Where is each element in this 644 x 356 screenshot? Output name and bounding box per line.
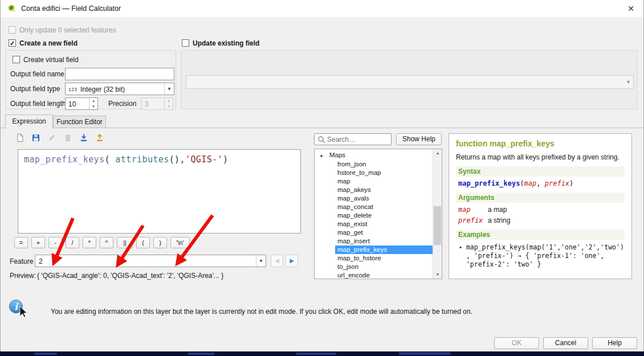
scroll-up-icon[interactable]: ▲ [433, 149, 442, 157]
tab-expression[interactable]: Expression [5, 114, 53, 128]
function-tree-item[interactable]: url_encode [315, 271, 434, 279]
item-label: map_delete [337, 211, 372, 220]
argument-description: a map [488, 206, 507, 214]
ok-button[interactable]: OK [494, 337, 539, 349]
argument-row: prefix a string [458, 216, 625, 224]
function-tree-item[interactable]: map_akeys [315, 186, 434, 194]
function-tree-group-maps[interactable]: ▼ Maps [315, 151, 434, 159]
syntax-heading: Syntax [456, 166, 625, 177]
function-tree-item[interactable]: map_insert [315, 237, 434, 245]
function-tree-item[interactable]: map_avals [315, 194, 434, 203]
cancel-button[interactable]: Cancel [543, 337, 588, 349]
operator-equals-button[interactable]: = [14, 237, 28, 248]
integer-type-icon: 123 [68, 87, 78, 92]
new-file-icon [15, 133, 25, 144]
feature-value: 2 [39, 257, 43, 265]
create-new-field-checkbox[interactable]: ✓ [9, 39, 16, 47]
output-field-length-spinbox[interactable]: 10 ▴▾ [65, 97, 98, 110]
download-arrow-icon [79, 133, 88, 144]
update-existing-field-checkbox[interactable] [182, 39, 189, 47]
previous-icon: ◀ [275, 257, 279, 264]
syntax-arg: map [524, 179, 537, 187]
spin-arrows[interactable]: ▴▾ [89, 98, 97, 109]
tab-function-editor[interactable]: Function Editor [53, 116, 106, 128]
expression-toolbar [13, 132, 107, 145]
close-icon[interactable]: ✕ [627, 4, 634, 13]
function-tree-item[interactable]: from_json [315, 160, 434, 169]
group-label: Maps [329, 151, 345, 159]
syntax-code: map_prefix_keys(map, prefix) [458, 179, 625, 187]
item-label: to_json [337, 263, 358, 271]
output-field-name-input[interactable] [65, 68, 174, 80]
operator-minus-button[interactable]: - [48, 237, 62, 248]
function-tree-item[interactable]: hstore_to_map [315, 169, 434, 177]
search-input[interactable] [327, 134, 389, 144]
new-expression-button[interactable] [13, 132, 27, 145]
operator-divide-button[interactable]: / [66, 237, 79, 248]
operator-plus-button[interactable]: + [31, 237, 45, 248]
arguments-heading: Arguments [456, 193, 625, 203]
import-expression-button[interactable] [77, 132, 91, 145]
chevron-down-icon: ▾ [164, 83, 174, 95]
expression-token: map_prefix_keys [24, 154, 104, 165]
expression-token: ) [223, 154, 228, 165]
precision-value: 3 [145, 100, 149, 108]
output-field-type-combo[interactable]: 123 Integer (32 bit) ▾ [65, 83, 174, 95]
edit-mode-warning: You are editing information on this laye… [51, 308, 472, 316]
create-virtual-field-checkbox[interactable] [13, 56, 20, 63]
operator-concat-button[interactable]: || [117, 237, 133, 248]
tree-scrollbar[interactable]: ▲ ▼ [433, 149, 442, 279]
item-label: url_encode [337, 271, 370, 279]
help-button[interactable]: Help [592, 337, 637, 349]
only-update-selected-label: Only update 0 selected features [19, 26, 116, 34]
background-fragment [399, 352, 450, 355]
show-help-button[interactable]: Show Help [396, 133, 442, 145]
output-field-type-value: Integer (32 bit) [80, 85, 125, 93]
info-icon: i [7, 298, 30, 319]
operator-newline-button[interactable]: '\n' [170, 237, 190, 248]
export-expression-button[interactable] [93, 132, 107, 145]
operator-open-paren-button[interactable]: ( [136, 237, 150, 248]
scroll-down-icon[interactable]: ▼ [433, 271, 442, 279]
delete-expression-button[interactable] [61, 132, 75, 145]
only-update-selected-checkbox [9, 26, 16, 34]
function-tree-item[interactable]: map_concat [315, 203, 434, 211]
create-new-field-label: Create a new field [19, 39, 78, 47]
function-tree-item[interactable]: map_get [315, 228, 434, 237]
argument-name: map [458, 206, 488, 214]
argument-description: a string [488, 216, 510, 224]
trash-icon [63, 133, 72, 144]
precision-label: Precision [108, 100, 136, 108]
spin-arrows: ▴▾ [164, 98, 173, 109]
function-tree-item-selected[interactable]: map_prefix_keys [315, 245, 434, 254]
function-tree-item[interactable]: map [315, 177, 434, 186]
scrollbar-thumb[interactable] [434, 206, 441, 245]
operator-close-paren-button[interactable]: ) [153, 237, 167, 248]
update-existing-field-label: Update existing field [193, 39, 259, 47]
spin-down-icon: ▾ [89, 104, 97, 109]
output-field-type-label: Output field type [10, 85, 60, 93]
save-icon [31, 133, 40, 144]
expression-editor[interactable]: map_prefix_keys( attributes(),'QGIS-') [18, 149, 301, 234]
next-feature-button[interactable]: ▶ [286, 255, 298, 267]
help-description: Returns a map with all keys prefixed by … [456, 153, 625, 161]
operator-multiply-button[interactable]: * [83, 237, 96, 248]
function-tree-item[interactable]: map_exist [315, 220, 434, 228]
function-tree: ▼ Maps from_json hstore_to_map map map_a… [314, 149, 442, 279]
function-tree-item[interactable]: to_json [315, 263, 434, 271]
feature-combo[interactable]: 2 ▾ [35, 255, 266, 267]
function-tree-item[interactable]: map_to_hstore [315, 254, 434, 263]
output-field-name-label: Output field name [10, 70, 64, 78]
precision-spinbox: 3 ▴▾ [141, 97, 173, 110]
save-expression-button[interactable] [29, 132, 43, 145]
preview-value: { 'QGIS-Acad_angle': 0, 'QGIS-Acad_text'… [37, 272, 223, 280]
previous-feature-button[interactable]: ◀ [271, 255, 283, 267]
function-tree-item[interactable]: map_delete [315, 211, 434, 220]
spin-up-icon: ▴ [89, 98, 97, 104]
update-existing-groupbox: ▾ [181, 50, 638, 109]
edit-expression-button[interactable] [45, 132, 59, 145]
operator-power-button[interactable]: ^ [100, 237, 113, 248]
item-label: map_get [337, 228, 363, 237]
expression-token: 'QGIS-' [185, 154, 223, 165]
feature-label: Feature [10, 257, 33, 265]
